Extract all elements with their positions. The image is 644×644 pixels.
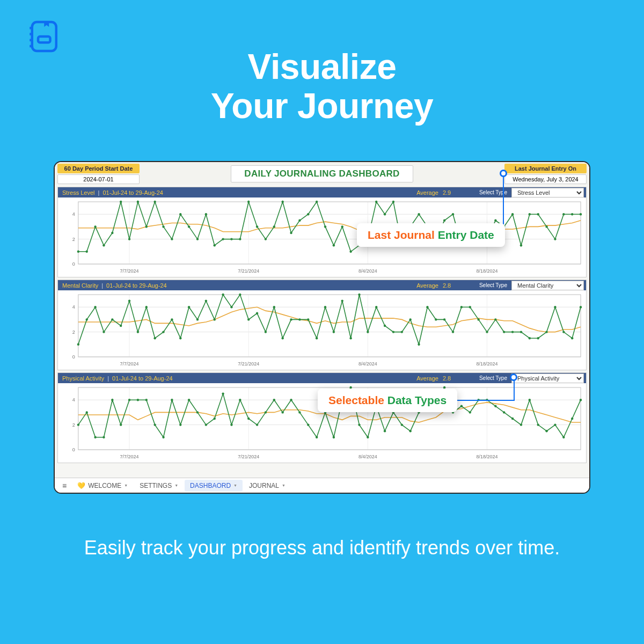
svg-text:7/21/2024: 7/21/2024 (238, 454, 259, 459)
select-type-label: Select Type (479, 282, 507, 288)
svg-point-228 (562, 436, 565, 438)
tab-settings[interactable]: SETTINGS ▼ (134, 480, 184, 492)
svg-point-154 (571, 337, 573, 339)
svg-point-122 (298, 318, 301, 320)
svg-point-96 (77, 343, 79, 346)
svg-point-134 (401, 331, 403, 333)
svg-point-150 (537, 337, 539, 339)
svg-point-142 (469, 306, 471, 308)
svg-point-140 (452, 331, 454, 333)
chart-range: 01-Jul-24 to 29-Aug-24 (103, 189, 163, 196)
chart-header: Mental Clarity | 01-Jul-24 to 29-Aug-24 … (58, 280, 586, 290)
svg-point-51 (333, 244, 335, 246)
type-dropdown[interactable]: Stress Level (511, 188, 584, 197)
svg-point-192 (256, 423, 258, 426)
svg-point-27 (128, 238, 130, 240)
svg-point-225 (537, 423, 539, 426)
svg-text:8/4/2024: 8/4/2024 (358, 361, 377, 367)
svg-text:2: 2 (72, 422, 75, 428)
svg-point-183 (179, 423, 181, 426)
svg-point-103 (137, 331, 139, 333)
svg-point-227 (554, 423, 556, 426)
type-dropdown[interactable]: Physical Activity (511, 374, 584, 383)
svg-point-151 (545, 331, 547, 333)
svg-point-201 (333, 436, 335, 438)
svg-point-118 (265, 331, 267, 333)
svg-text:2: 2 (72, 237, 75, 242)
last-entry-label: Last Journal Entry On (504, 164, 587, 173)
menu-icon[interactable]: ≡ (58, 481, 71, 490)
svg-point-79 (571, 213, 573, 215)
chart-header: Stress Level | 01-Jul-24 to 29-Aug-24 Av… (58, 187, 586, 197)
svg-point-173 (94, 436, 96, 438)
svg-point-130 (367, 331, 369, 333)
svg-point-185 (196, 411, 199, 413)
svg-point-132 (384, 325, 386, 327)
tab-dashboard[interactable]: DASHBAORD ▼ (185, 480, 243, 492)
pointer-ring-icon (500, 170, 507, 177)
svg-point-139 (443, 318, 445, 320)
svg-point-174 (103, 436, 105, 438)
svg-point-191 (247, 418, 250, 420)
svg-text:4: 4 (72, 397, 75, 402)
svg-point-70 (494, 219, 496, 222)
svg-point-28 (137, 201, 139, 203)
tab-journal[interactable]: JOURNAL ▼ (244, 480, 291, 492)
svg-point-179 (145, 399, 148, 401)
svg-point-204 (358, 423, 360, 426)
svg-point-198 (307, 423, 309, 426)
svg-point-45 (281, 201, 283, 203)
svg-point-50 (324, 225, 326, 228)
chevron-down-icon: ▼ (124, 484, 128, 487)
svg-point-216 (460, 405, 463, 407)
svg-point-33 (179, 213, 181, 215)
svg-point-209 (401, 423, 403, 426)
svg-point-205 (367, 436, 369, 438)
svg-point-224 (529, 399, 531, 401)
svg-text:7/21/2024: 7/21/2024 (238, 268, 259, 274)
svg-text:0: 0 (72, 447, 75, 452)
svg-point-143 (477, 318, 479, 320)
average-value: 2.9 (443, 189, 475, 196)
svg-point-152 (554, 306, 556, 308)
chart-name: Mental Clarity (62, 282, 98, 289)
chart-name: Physical Activity (62, 375, 104, 382)
svg-point-193 (265, 411, 267, 413)
svg-point-135 (409, 318, 411, 320)
svg-point-99 (103, 331, 105, 333)
svg-point-182 (171, 399, 173, 401)
svg-point-217 (469, 411, 471, 413)
svg-point-80 (580, 213, 582, 215)
type-dropdown[interactable]: Mental Clarity (511, 281, 584, 290)
start-date-value[interactable]: 2024-07-01 (57, 174, 140, 184)
svg-point-37 (214, 244, 216, 246)
callout-data-types: Selectable Data Types (318, 389, 457, 412)
svg-text:4: 4 (72, 304, 75, 310)
svg-point-117 (256, 312, 258, 314)
chart-range: 01-Jul-24 to 29-Aug-24 (106, 282, 167, 289)
svg-point-64 (443, 219, 445, 222)
tab-welcome[interactable]: 💛 WELCOME ▼ (72, 480, 133, 492)
svg-point-129 (358, 294, 360, 296)
svg-point-223 (520, 423, 522, 426)
average-label: Average (416, 189, 438, 196)
svg-point-57 (384, 213, 386, 215)
svg-point-188 (222, 392, 224, 394)
svg-point-186 (205, 423, 207, 426)
svg-point-149 (529, 337, 531, 339)
svg-point-172 (86, 411, 88, 413)
svg-point-106 (162, 331, 164, 333)
svg-point-21 (77, 251, 79, 253)
svg-point-26 (120, 201, 122, 203)
svg-point-107 (171, 318, 173, 320)
svg-point-75 (537, 213, 539, 215)
svg-point-39 (230, 238, 232, 240)
svg-text:2: 2 (72, 330, 75, 335)
svg-point-72 (511, 213, 514, 215)
svg-point-112 (214, 318, 216, 320)
svg-point-120 (281, 337, 283, 339)
svg-text:8/4/2024: 8/4/2024 (358, 268, 377, 274)
svg-text:8/18/2024: 8/18/2024 (477, 268, 498, 274)
svg-point-153 (562, 331, 565, 333)
svg-text:7/21/2024: 7/21/2024 (238, 361, 259, 367)
